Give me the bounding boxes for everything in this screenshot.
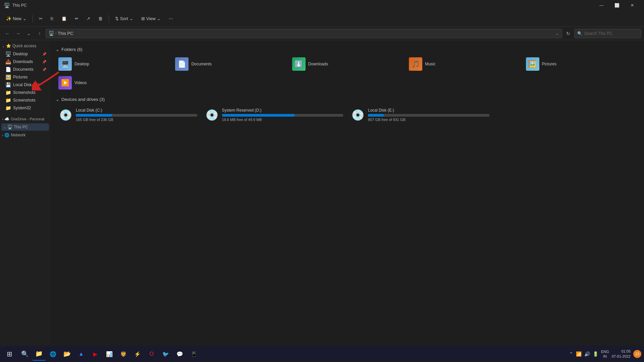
downloads-icon: 📥 bbox=[5, 59, 11, 64]
delete-button[interactable]: 🗑 bbox=[95, 13, 106, 25]
toolbar-separator-1 bbox=[33, 15, 33, 23]
drive-c-icon: 💿 bbox=[59, 109, 72, 121]
clock[interactable]: 01:05 07-01-2022 bbox=[612, 349, 631, 359]
audio-icon[interactable]: 🔊 bbox=[584, 351, 590, 357]
clock-time: 01:05 bbox=[612, 349, 631, 354]
devices-section-header[interactable]: ⌄ Devices and drives (3) bbox=[56, 97, 639, 102]
more-button[interactable]: ⋯ bbox=[165, 13, 176, 25]
sidebar-item-desktop[interactable]: 🖥️ Desktop 📌 bbox=[1, 50, 49, 58]
sidebar-item-local-disk-e[interactable]: 💾 Local Disk (E:) bbox=[1, 81, 49, 88]
taskbar-drive[interactable]: ▲ bbox=[74, 347, 88, 361]
folder-downloads-thumb: ⬇️ bbox=[292, 57, 306, 71]
folder-desktop[interactable]: 🖥️ Desktop bbox=[56, 55, 171, 73]
folder-documents-name: Documents bbox=[191, 62, 212, 66]
sidebar-item-documents[interactable]: 📄 Documents 📌 bbox=[1, 66, 49, 73]
taskbar-chrome[interactable]: 🌐 bbox=[46, 347, 60, 361]
chrome-taskbar-icon: 🌐 bbox=[50, 351, 56, 357]
system-tray-expand[interactable]: ⌃ bbox=[569, 351, 573, 357]
taskbar-sheets[interactable]: 📊 bbox=[103, 347, 116, 361]
new-label: New bbox=[13, 16, 21, 21]
taskbar-files[interactable]: 📂 bbox=[60, 347, 74, 361]
new-button[interactable]: ✨ New ⌄ bbox=[3, 13, 30, 25]
address-path[interactable]: 🖥️ › This PC ⌄ bbox=[46, 29, 562, 38]
drive-e-info: Local Disk (E:) 807 GB free of 931 GB bbox=[368, 108, 489, 122]
sidebar-item-screenshots1[interactable]: 📁 Screenshots bbox=[1, 89, 49, 96]
view-label: View bbox=[146, 16, 156, 21]
drive-c-name: Local Disk (C:) bbox=[76, 108, 197, 113]
maximize-button[interactable]: ⬜ bbox=[609, 0, 625, 11]
taskbar-explorer[interactable]: 📁 bbox=[32, 347, 46, 361]
folder-music[interactable]: 🎵 Music bbox=[406, 55, 522, 73]
search-taskbar-icon: 🔍 bbox=[21, 350, 29, 358]
onedrive-chevron: › bbox=[2, 117, 3, 121]
folder-downloads[interactable]: ⬇️ Downloads bbox=[289, 55, 405, 73]
folder-documents[interactable]: 📄 Documents bbox=[172, 55, 288, 73]
drives-grid: 💿 Local Disk (C:) 165 GB free of 236 GB … bbox=[56, 105, 639, 124]
copy-button[interactable]: ⎘ bbox=[47, 13, 57, 25]
refresh-button[interactable]: ↻ bbox=[564, 29, 573, 38]
taskbar-twitter[interactable]: 🐦 bbox=[159, 347, 172, 361]
rename-button[interactable]: ✏ bbox=[71, 13, 82, 25]
network-label: Network bbox=[11, 133, 25, 137]
sidebar-item-pictures[interactable]: 🖼️ Pictures bbox=[1, 73, 49, 81]
start-button[interactable]: ⊞ bbox=[3, 347, 16, 361]
battery-icon[interactable]: 🔋 bbox=[593, 351, 598, 357]
search-placeholder: Search This PC bbox=[584, 31, 612, 36]
view-button[interactable]: ⊞ View ⌄ bbox=[138, 13, 164, 25]
share-button[interactable]: ↗ bbox=[83, 13, 94, 25]
brave-taskbar-icon: 🦁 bbox=[120, 351, 127, 357]
sidebar-item-screenshots2[interactable]: 📁 Screenshots bbox=[1, 97, 49, 104]
address-dropdown-button[interactable]: ⌄ bbox=[555, 31, 559, 36]
delete-icon: 🗑 bbox=[98, 16, 103, 21]
sidebar-item-downloads[interactable]: 📥 Downloads 📌 bbox=[1, 58, 49, 65]
taskbar-signal[interactable]: 💬 bbox=[173, 347, 186, 361]
taskbar-bittorrent[interactable]: ⚡ bbox=[131, 347, 144, 361]
folders-section-header[interactable]: ⌄ Folders (6) bbox=[56, 47, 639, 52]
this-pc-section[interactable]: ⌄ 🖥️ This PC bbox=[1, 123, 49, 131]
paste-button[interactable]: 📋 bbox=[58, 13, 70, 25]
search-box[interactable]: 🔍 Search This PC bbox=[574, 29, 641, 38]
taskbar-brave[interactable]: 🦁 bbox=[117, 347, 130, 361]
title-bar-controls: — ⬜ ✕ bbox=[594, 0, 640, 11]
devices-header-text: Devices and drives (3) bbox=[61, 97, 105, 102]
taskbar-whatsapp[interactable]: 📱 bbox=[187, 347, 201, 361]
close-button[interactable]: ✕ bbox=[625, 0, 640, 11]
sidebar-item-system32[interactable]: 📁 System32 bbox=[1, 104, 49, 112]
user-avatar[interactable]: 23 bbox=[633, 350, 641, 358]
path-chevron: › bbox=[55, 32, 56, 35]
language-indicator[interactable]: ENG IN bbox=[601, 349, 609, 359]
toolbar: ✨ New ⌄ ✂ ⎘ 📋 ✏ ↗ 🗑 ⇅ Sort ⌄ ⊞ View ⌄ ⋯ bbox=[0, 11, 644, 27]
forward-button[interactable]: → bbox=[13, 29, 23, 38]
sidebar-item-system32-label: System32 bbox=[13, 106, 31, 110]
main-layout: ⌄ ⭐ Quick access 🖥️ Desktop 📌 📥 Download… bbox=[0, 40, 644, 353]
recent-button[interactable]: ⌄ bbox=[24, 29, 34, 38]
whatsapp-taskbar-icon: 📱 bbox=[191, 351, 197, 357]
quick-access-section[interactable]: ⌄ ⭐ Quick access bbox=[0, 42, 50, 50]
drive-e[interactable]: 💿 Local Disk (E:) 807 GB free of 931 GB bbox=[348, 105, 493, 124]
network-section[interactable]: › 🌐 Network bbox=[0, 131, 50, 139]
up-button[interactable]: ↑ bbox=[35, 29, 44, 38]
wifi-icon[interactable]: 📶 bbox=[576, 351, 582, 357]
taskbar-right: ⌃ 📶 🔊 🔋 ENG IN 01:05 07-01-2022 23 bbox=[569, 349, 641, 359]
sort-button[interactable]: ⇅ Sort ⌄ bbox=[112, 13, 137, 25]
minimize-button[interactable]: — bbox=[594, 0, 609, 11]
folders-header-text: Folders (6) bbox=[61, 47, 83, 52]
twitter-taskbar-icon: 🐦 bbox=[162, 351, 169, 357]
drive-d-bar-bg bbox=[222, 114, 343, 117]
drive-taskbar-icon: ▲ bbox=[78, 351, 84, 357]
taskbar-search[interactable]: 🔍 bbox=[18, 347, 32, 361]
this-pc-icon: 🖥️ bbox=[7, 125, 12, 129]
drive-d[interactable]: 💿 System Reserved (D:) 19.6 MB free of 4… bbox=[202, 105, 347, 124]
folder-videos[interactable]: ▶️ Videos bbox=[56, 74, 171, 92]
folder-pictures[interactable]: 🖼️ Pictures bbox=[523, 55, 639, 73]
title-bar-title: This PC bbox=[12, 3, 591, 8]
taskbar-youtube[interactable]: ▶ bbox=[89, 347, 102, 361]
sort-icon: ⇅ bbox=[115, 16, 119, 21]
drive-c-bar-fill bbox=[76, 114, 112, 117]
quick-access-chevron: ⌄ bbox=[2, 44, 5, 48]
cut-button[interactable]: ✂ bbox=[36, 13, 46, 25]
taskbar-opera[interactable]: O bbox=[145, 347, 158, 361]
onedrive-section[interactable]: › ☁️ OneDrive - Personal bbox=[0, 115, 50, 123]
drive-c[interactable]: 💿 Local Disk (C:) 165 GB free of 236 GB bbox=[56, 105, 201, 124]
back-button[interactable]: ← bbox=[3, 29, 12, 38]
